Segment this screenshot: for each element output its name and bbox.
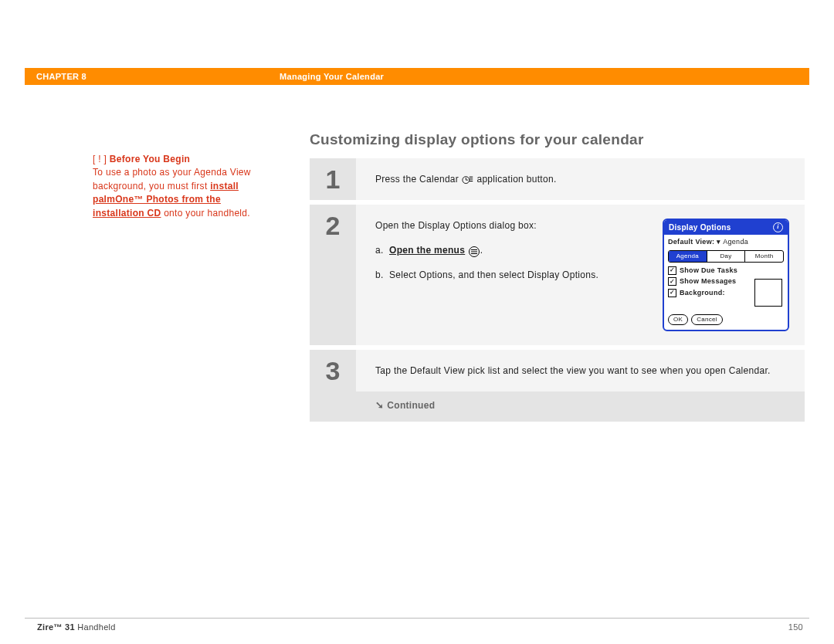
checkbox-icon[interactable]: ✓ — [668, 289, 676, 297]
step3-text: Tap the Default View pick list and selec… — [375, 364, 789, 378]
step-row: 2 Open the Display Options dialog box: a… — [310, 205, 805, 345]
svg-rect-8 — [471, 251, 477, 252]
header-bar: CHAPTER 8 Managing Your Calendar — [25, 68, 809, 85]
checkbox-icon[interactable]: ✓ — [668, 266, 676, 275]
checkbox-icon[interactable]: ✓ — [668, 277, 676, 286]
svg-rect-4 — [470, 178, 473, 179]
product-name: Zire™ 31 Handheld — [37, 622, 116, 632]
chapter-label: CHAPTER 8 — [36, 72, 280, 81]
before-you-begin-body: To use a photo as your Agenda View backg… — [93, 166, 259, 220]
substep-letter: b. — [375, 268, 389, 282]
svg-rect-7 — [471, 249, 477, 250]
before-you-begin-box: [ ! ] Before You Begin To use a photo as… — [93, 153, 259, 220]
cancel-button[interactable]: Cancel — [691, 314, 723, 325]
tab-month[interactable]: Month — [745, 251, 783, 262]
chevron-down-icon[interactable]: ▾ — [717, 238, 720, 246]
default-view-row: Default View: ▾ Agenda — [668, 237, 784, 248]
tab-day[interactable]: Day — [707, 251, 746, 262]
dialog-title-text: Display Options — [669, 222, 731, 233]
chapter-title: Managing Your Calendar — [280, 72, 384, 81]
step2-text: Open the Display Options dialog box: a. … — [375, 219, 649, 331]
page-number: 150 — [788, 622, 803, 632]
before-you-begin-title: Before You Begin — [110, 154, 190, 164]
svg-rect-5 — [470, 181, 473, 181]
svg-rect-9 — [471, 253, 477, 254]
step-number: 2 — [310, 205, 356, 345]
substep-b: b. Select Options, and then select Displ… — [375, 268, 649, 282]
step-number: 3 — [310, 350, 356, 391]
open-menus-link[interactable]: Open the menus — [389, 245, 465, 256]
step-body: Tap the Default View pick list and selec… — [356, 350, 805, 391]
menu-icon — [468, 246, 480, 256]
tab-agenda[interactable]: Agenda — [669, 251, 707, 262]
step-body: Press the Calendar application button. — [356, 158, 805, 200]
continued-label: Continued — [387, 400, 435, 411]
footer-divider — [25, 618, 809, 619]
default-view-value[interactable]: Agenda — [723, 238, 748, 246]
steps-container: 1 Press the Calendar application button.… — [310, 158, 805, 422]
background-thumbnail[interactable] — [754, 279, 782, 307]
page-title: Customizing display options for your cal… — [310, 131, 644, 148]
body-post: onto your handheld. — [161, 208, 250, 219]
check-show-due-tasks[interactable]: ✓Show Due Tasks — [668, 266, 784, 276]
view-tabs: Agenda Day Month — [668, 250, 784, 263]
calendar-app-icon — [462, 175, 474, 185]
step-number: 1 — [310, 158, 356, 200]
dialog-titlebar: Display Options i — [664, 220, 788, 235]
substep-b-text: Select Options, and then select Display … — [389, 268, 598, 282]
footer: Zire™ 31 Handheld 150 — [37, 622, 803, 632]
default-view-label: Default View: — [668, 238, 714, 246]
substep-a: a. Open the menus . — [375, 243, 649, 257]
alert-marker: [ ! ] — [93, 154, 107, 164]
display-options-dialog: Display Options i Default View: ▾ Agenda… — [663, 219, 789, 331]
step-row: 3 Tap the Default View pick list and sel… — [310, 350, 805, 391]
substep-a-period: . — [480, 245, 483, 256]
step1-text-b: application button. — [476, 174, 556, 185]
svg-rect-3 — [470, 176, 473, 177]
continued-row: ➘Continued — [310, 391, 805, 422]
continued-arrow-icon: ➘ — [375, 399, 384, 411]
step2-intro: Open the Display Options dialog box: — [375, 219, 649, 232]
substep-letter: a. — [375, 243, 389, 257]
info-icon[interactable]: i — [773, 222, 783, 232]
step-body: Open the Display Options dialog box: a. … — [356, 205, 805, 345]
ok-button[interactable]: OK — [668, 314, 688, 325]
step1-text-a: Press the Calendar — [375, 174, 462, 185]
step-row: 1 Press the Calendar application button. — [310, 158, 805, 200]
